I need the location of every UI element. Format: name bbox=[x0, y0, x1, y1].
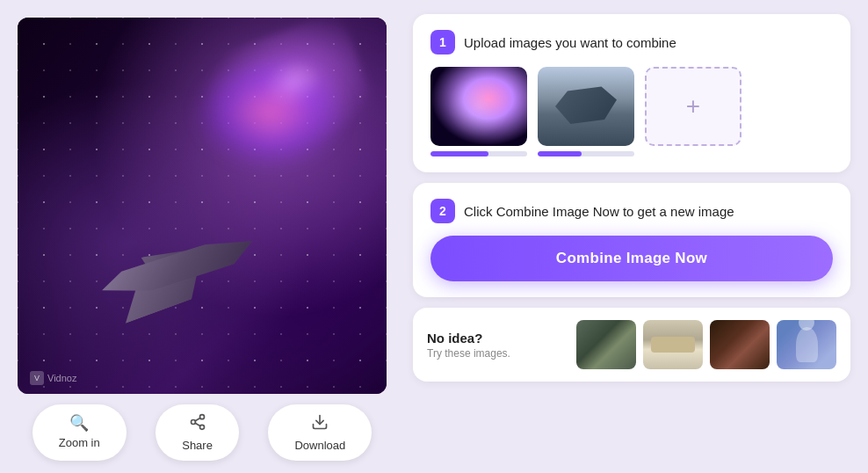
image2-wrap bbox=[538, 67, 634, 156]
suggestion-image-1[interactable] bbox=[576, 320, 636, 369]
zoom-in-button[interactable]: 🔍 Zoom in bbox=[33, 404, 127, 461]
suggestion-image-2[interactable] bbox=[643, 320, 703, 369]
elsa-silhouette bbox=[777, 320, 836, 369]
step1-badge: 1 bbox=[430, 30, 455, 55]
watermark-icon: V bbox=[30, 371, 44, 385]
svg-line-3 bbox=[195, 423, 200, 426]
step2-title: Click Combine Image Now to get a new ima… bbox=[464, 204, 734, 219]
suggestion-images bbox=[576, 320, 836, 369]
step1-card: 1 Upload images you want to combine bbox=[413, 14, 850, 172]
no-idea-subtext: Try these images. bbox=[427, 347, 510, 360]
image-preview: V Vidnoz bbox=[18, 18, 387, 394]
step1-header: 1 Upload images you want to combine bbox=[430, 30, 833, 55]
composite-image: V Vidnoz bbox=[18, 18, 387, 394]
watermark: V Vidnoz bbox=[30, 371, 76, 385]
add-image-button[interactable]: + bbox=[645, 67, 741, 146]
image2-progress-fill bbox=[538, 151, 582, 156]
no-idea-text: No idea? Try these images. bbox=[427, 331, 510, 360]
no-idea-heading: No idea? bbox=[427, 331, 510, 346]
suggestion-image-3[interactable] bbox=[710, 320, 770, 369]
no-idea-card: No idea? Try these images. bbox=[413, 308, 850, 382]
svg-line-4 bbox=[195, 418, 200, 420]
step1-title: Upload images you want to combine bbox=[464, 35, 676, 50]
zoom-icon: 🔍 bbox=[69, 413, 89, 433]
step2-badge: 2 bbox=[430, 199, 455, 223]
download-label: Download bbox=[294, 439, 345, 452]
sofa-shape bbox=[651, 337, 695, 353]
zoom-label: Zoom in bbox=[59, 436, 100, 449]
nebula bbox=[192, 55, 350, 170]
jet-thumbnail bbox=[538, 67, 634, 146]
image1-progress-fill bbox=[430, 151, 488, 156]
share-icon bbox=[189, 413, 206, 435]
image2-progress-bar bbox=[538, 151, 634, 156]
step2-header: 2 Click Combine Image Now to get a new i… bbox=[430, 199, 833, 223]
toolbar: 🔍 Zoom in Share Download bbox=[18, 394, 387, 464]
download-icon bbox=[311, 413, 329, 435]
suggestion-image-4[interactable] bbox=[777, 320, 836, 369]
jet-shape-thumb bbox=[555, 84, 617, 128]
image1-thumb[interactable] bbox=[430, 67, 527, 146]
images-row: + bbox=[430, 67, 833, 156]
share-button[interactable]: Share bbox=[156, 404, 239, 461]
step2-card: 2 Click Combine Image Now to get a new i… bbox=[413, 183, 850, 297]
share-label: Share bbox=[182, 439, 213, 452]
image1-wrap bbox=[430, 67, 527, 156]
galaxy-thumbnail bbox=[430, 67, 527, 146]
image1-progress-bar bbox=[430, 151, 527, 156]
jet-silhouette bbox=[73, 178, 301, 318]
left-panel: V Vidnoz 🔍 Zoom in Share bbox=[0, 0, 404, 473]
watermark-text: Vidnoz bbox=[47, 373, 76, 383]
image2-thumb[interactable] bbox=[538, 67, 634, 146]
combine-image-button[interactable]: Combine Image Now bbox=[430, 236, 833, 281]
right-panel: 1 Upload images you want to combine bbox=[404, 0, 868, 473]
download-button[interactable]: Download bbox=[268, 404, 372, 461]
